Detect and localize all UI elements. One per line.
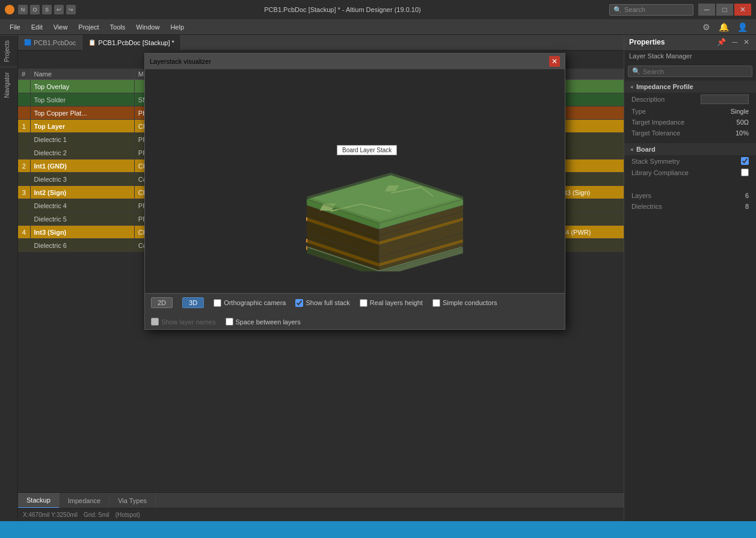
dielectrics-row: Dielectrics 8 — [624, 201, 756, 212]
view-3d-button[interactable]: 3D — [182, 297, 204, 308]
maximize-button[interactable]: □ — [716, 4, 733, 16]
target-tolerance-value: 10% — [736, 129, 749, 137]
user-icon[interactable]: 👤 — [734, 22, 751, 32]
layers-label: Layers — [632, 192, 651, 199]
layers-value: 6 — [745, 192, 749, 199]
space-between-text: Space between layers — [236, 318, 301, 326]
layers-row: Layers 6 — [624, 190, 756, 201]
type-value: Single — [730, 108, 749, 115]
library-compliance-checkbox[interactable] — [741, 169, 749, 176]
panel-pin-button[interactable]: 📌 — [715, 37, 728, 47]
col-name: Name — [30, 69, 134, 80]
impedance-section-title[interactable]: Impedance Profile — [624, 81, 756, 93]
stack-symmetry-label: Stack Symmetry — [632, 158, 680, 165]
title-search-box[interactable]: 🔍 Search — [609, 4, 693, 16]
dialog-footer: 2D 3D Orthographic camera Show full stac… — [145, 293, 565, 329]
grid-display: Grid: 5mil — [84, 512, 109, 518]
tab-via-types[interactable]: Via Types — [109, 493, 156, 509]
simple-conductors-checkbox[interactable] — [432, 299, 440, 307]
hotspot-display: (Hotspot) — [115, 512, 140, 518]
simple-conductors-label[interactable]: Simple conductors — [432, 299, 497, 307]
left-panel: Projects Navigator — [0, 35, 18, 521]
show-layer-names-text: Show layer names — [161, 318, 216, 326]
type-row: Type Single — [624, 106, 756, 117]
tab-impedance[interactable]: Impedance — [60, 493, 109, 509]
projects-tab[interactable]: Projects — [0, 35, 17, 67]
quick-access-toolbar: N O S ↩ ↪ — [18, 5, 76, 14]
real-layers-checkbox[interactable] — [360, 299, 367, 307]
notification-icon[interactable]: 🔔 — [715, 22, 733, 32]
panel-close-button[interactable]: ✕ — [742, 37, 751, 47]
tab-stackup[interactable]: 📋 PCB1.PcbDoc [Stackup] * — [82, 35, 181, 51]
open-icon[interactable]: O — [30, 5, 40, 14]
minimize-button[interactable]: ─ — [698, 4, 715, 16]
target-impedance-label: Target Impedance — [632, 119, 684, 126]
board-section-label: Board — [636, 146, 656, 153]
undo-icon[interactable]: ↩ — [54, 5, 64, 14]
stack-symmetry-checkbox[interactable] — [741, 157, 749, 165]
layerstack-dialog: Layerstack visualizer ✕ — [144, 53, 565, 330]
show-layer-names-checkbox[interactable] — [151, 318, 159, 326]
dielectrics-value: 8 — [745, 203, 749, 210]
menu-bar: File Edit View Project Tools Window Help… — [0, 19, 756, 35]
impedance-section-label: Impedance Profile — [636, 83, 693, 90]
menu-file[interactable]: File — [5, 22, 25, 32]
title-search-placeholder: Search — [624, 6, 645, 13]
pcb-icon: 🟦 — [24, 39, 31, 46]
tab-stackup[interactable]: Stackup — [18, 493, 60, 509]
real-layers-text: Real layers height — [370, 299, 423, 306]
panel-title: Properties — [629, 38, 665, 46]
simple-conductors-text: Simple conductors — [443, 299, 497, 306]
space-between-checkbox[interactable] — [226, 318, 233, 326]
panel-minimize-button[interactable]: ─ — [730, 37, 739, 47]
type-label: Type — [632, 108, 646, 115]
stackup-icon: 📋 — [88, 39, 96, 46]
search-icon: 🔍 — [613, 6, 622, 14]
save-icon[interactable]: S — [42, 5, 52, 14]
dialog-close-button[interactable]: ✕ — [549, 56, 560, 67]
menu-project[interactable]: Project — [73, 22, 103, 32]
dialog-body: Board Layer Stack — [145, 69, 565, 293]
new-icon[interactable]: N — [18, 5, 28, 14]
target-tolerance-label: Target Tolerance — [632, 129, 680, 137]
col-num: # — [18, 69, 30, 80]
show-layer-names-label[interactable]: Show layer names — [151, 318, 216, 326]
orthographic-label[interactable]: Orthographic camera — [214, 299, 286, 307]
board-section-title[interactable]: Board — [624, 143, 756, 155]
menu-help[interactable]: Help — [165, 22, 189, 32]
panel-search-input[interactable] — [643, 68, 748, 75]
menu-tools[interactable]: Tools — [105, 22, 131, 32]
description-label: Description — [632, 96, 665, 103]
show-full-stack-checkbox[interactable] — [295, 299, 303, 307]
space-between-label[interactable]: Space between layers — [226, 318, 301, 326]
settings-icon[interactable]: ⚙ — [699, 22, 714, 32]
close-button[interactable]: ✕ — [734, 4, 751, 16]
dialog-title: Layerstack visualizer — [150, 58, 211, 65]
menu-window[interactable]: Window — [131, 22, 164, 32]
menu-view[interactable]: View — [49, 22, 73, 32]
target-impedance-value: 50Ω — [737, 119, 749, 126]
properties-panel: Properties 📌 ─ ✕ Layer Stack Manager 🔍 I… — [624, 35, 756, 521]
show-full-stack-label[interactable]: Show full stack — [295, 299, 349, 307]
title-bar: N O S ↩ ↪ PCB1.PcbDoc [Stackup] * - Alti… — [0, 0, 756, 19]
target-tolerance-row: Target Tolerance 10% — [624, 128, 756, 138]
menu-edit[interactable]: Edit — [26, 22, 48, 32]
panel-subtitle: Layer Stack Manager — [624, 50, 756, 62]
dielectrics-label: Dielectrics — [632, 203, 662, 210]
main-area: Projects Navigator 🟦 PCB1.PcbDoc 📋 PCB1.… — [0, 35, 756, 521]
window-controls: ─ □ ✕ — [698, 4, 751, 16]
show-full-stack-text: Show full stack — [306, 299, 349, 306]
description-input[interactable] — [701, 94, 749, 104]
tab-stackup-label: PCB1.PcbDoc [Stackup] * — [98, 39, 174, 46]
redo-icon[interactable]: ↪ — [66, 5, 76, 14]
orthographic-checkbox[interactable] — [214, 299, 221, 307]
navigator-tab[interactable]: Navigator — [0, 67, 17, 103]
target-impedance-row: Target Impedance 50Ω — [624, 117, 756, 128]
panel-header: Properties 📌 ─ ✕ — [624, 35, 756, 50]
orthographic-text: Orthographic camera — [224, 299, 286, 306]
library-compliance-row: Library Compliance — [624, 167, 756, 178]
tab-pcbdoc[interactable]: 🟦 PCB1.PcbDoc — [18, 35, 82, 51]
real-layers-height-label[interactable]: Real layers height — [360, 299, 423, 307]
panel-search-box[interactable]: 🔍 — [628, 66, 752, 77]
view-2d-button[interactable]: 2D — [151, 297, 173, 308]
